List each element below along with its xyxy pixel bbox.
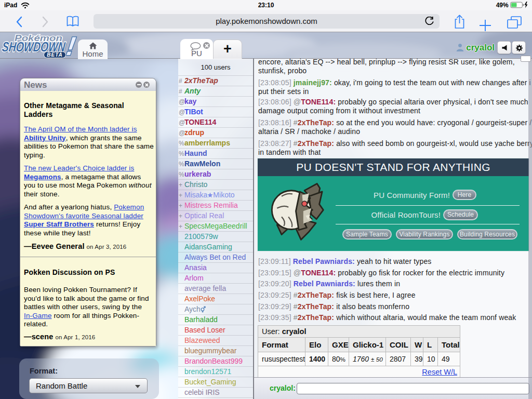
svg-text:!: ! [65,33,77,60]
svg-text:Pokémon: Pokémon [15,33,62,43]
